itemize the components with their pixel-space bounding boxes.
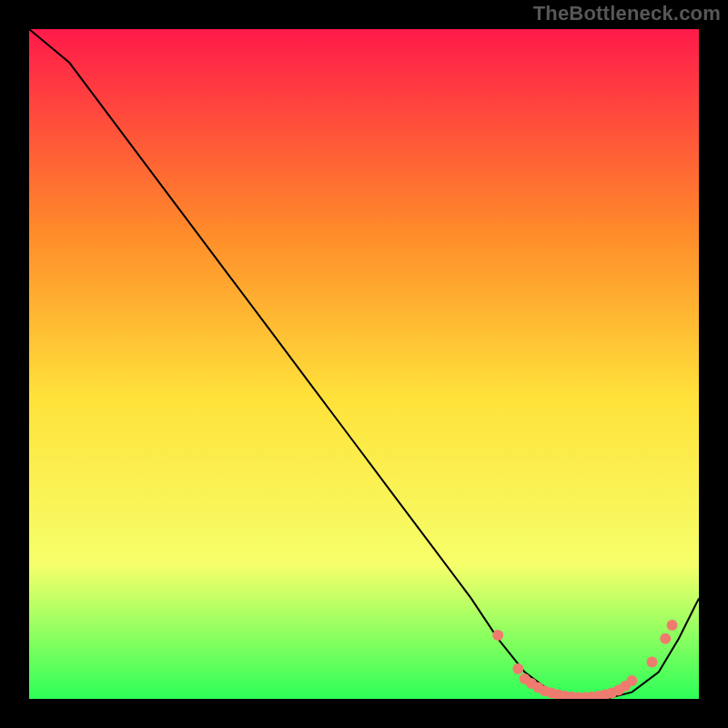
chart-svg [29, 29, 699, 699]
marker-dot [492, 630, 503, 641]
gradient-background [29, 29, 699, 699]
chart-frame: TheBottleneck.com [0, 0, 728, 728]
watermark-text: TheBottleneck.com [533, 2, 721, 25]
marker-dot [626, 675, 637, 686]
plot-area [29, 29, 699, 699]
marker-dot [647, 657, 658, 668]
marker-dot [512, 663, 523, 674]
marker-dot [660, 633, 671, 644]
marker-dot [667, 620, 678, 631]
